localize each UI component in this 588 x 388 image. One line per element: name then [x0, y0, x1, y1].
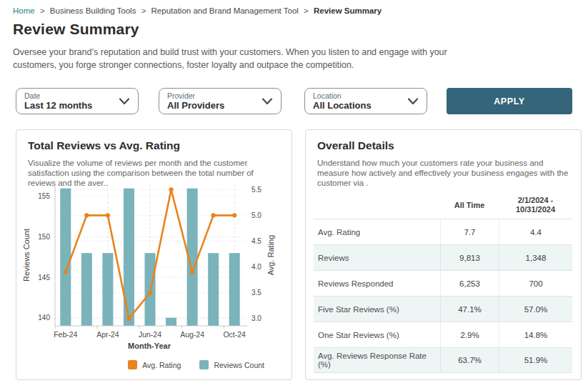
reviews-chart-card: Total Reviews vs Avg. Rating Visualize t…	[16, 129, 292, 380]
svg-text:Apr-24: Apr-24	[96, 330, 119, 339]
breadcrumb-link-reputation-tool[interactable]: Reputation and Brand Management Tool	[151, 6, 299, 15]
x-axis-title: Month-Year	[14, 342, 285, 350]
chevron-down-icon	[261, 98, 273, 105]
table-row-avg-rating: Avg. Rating 7.7 4.4	[314, 219, 572, 244]
legend-label-reviews-count: Reviews Count	[214, 361, 264, 369]
chevron-down-icon	[119, 98, 130, 105]
cell-all-time: 6,253	[440, 271, 499, 296]
breadcrumb-separator: >	[304, 6, 309, 15]
provider-dropdown[interactable]: Provider All Providers	[159, 88, 281, 114]
cell-all-time: 47.1%	[440, 297, 499, 322]
cell-period: 1,348	[499, 245, 572, 270]
svg-text:Aug-24: Aug-24	[180, 330, 204, 339]
location-dropdown[interactable]: Location All Locations	[304, 88, 427, 114]
breadcrumb: Home > Business Building Tools > Reputat…	[13, 6, 382, 15]
provider-dropdown-label: Provider	[167, 91, 259, 100]
svg-text:4.0: 4.0	[251, 263, 261, 271]
legend-label-avg-rating: Avg. Rating	[142, 361, 181, 369]
svg-text:145: 145	[38, 274, 50, 282]
provider-dropdown-value: All Providers	[167, 100, 259, 111]
table-header-row: All Time 2/1/2024 - 10/31/2024	[314, 191, 572, 219]
avg-rating-swatch-icon	[128, 360, 137, 369]
svg-text:3.0: 3.0	[251, 314, 261, 322]
page-title: Review Summary	[13, 21, 139, 38]
table-row-one-star: One Star Reviews (%) 2.9% 14.8%	[314, 322, 572, 347]
chart-legend: Avg. Rating Reviews Count	[128, 360, 264, 369]
apply-button[interactable]: APPLY	[447, 88, 572, 114]
cell-all-time: 63.7%	[440, 348, 499, 372]
reviews-rating-chart: 1401451501553.03.54.04.55.05.5Feb-24Apr-…	[19, 180, 291, 344]
row-label: Avg. Rating	[314, 228, 440, 237]
row-label: Five Star Reviews (%)	[314, 305, 440, 314]
svg-text:5.0: 5.0	[251, 212, 261, 219]
row-label: Reviews	[314, 254, 440, 262]
page-description: Oversee your brand’s reputation and buil…	[13, 46, 472, 71]
overall-details-card: Overall Details Understand how much your…	[305, 129, 582, 380]
column-header-all-time: All Time	[440, 191, 499, 219]
svg-text:Oct-24: Oct-24	[223, 330, 246, 339]
svg-text:5.5: 5.5	[251, 186, 261, 194]
legend-item-avg-rating[interactable]: Avg. Rating	[128, 360, 181, 369]
overall-details-subtitle: Understand how much your customers rate …	[317, 158, 572, 188]
svg-text:Reviews Count: Reviews Count	[22, 229, 31, 282]
reviews-count-swatch-icon	[199, 360, 209, 369]
svg-text:140: 140	[38, 314, 50, 322]
cell-period: 700	[499, 271, 572, 296]
details-table: All Time 2/1/2024 - 10/31/2024 Avg. Rati…	[314, 191, 572, 373]
date-dropdown-label: Date	[24, 91, 116, 100]
table-row-reviews-responded: Reviews Responded 6,253 700	[314, 270, 572, 296]
breadcrumb-current: Review Summary	[314, 6, 382, 15]
svg-text:4.5: 4.5	[251, 237, 261, 245]
location-dropdown-value: All Locations	[313, 100, 405, 111]
breadcrumb-separator: >	[40, 6, 45, 15]
column-header-date-range: 2/1/2024 - 10/31/2024	[499, 191, 572, 219]
legend-item-reviews-count[interactable]: Reviews Count	[199, 360, 264, 369]
svg-text:Feb-24: Feb-24	[54, 330, 77, 339]
svg-text:155: 155	[38, 192, 50, 200]
date-dropdown-value: Last 12 months	[24, 100, 116, 111]
cell-period: 51.9%	[499, 348, 572, 372]
svg-text:3.5: 3.5	[251, 289, 261, 297]
overall-details-title: Overall Details	[317, 139, 394, 152]
svg-text:150: 150	[38, 233, 50, 241]
table-row-reviews: Reviews 9,813 1,348	[314, 244, 572, 270]
svg-text:Jun-24: Jun-24	[139, 330, 161, 339]
breadcrumb-separator: >	[141, 6, 146, 15]
chart-title: Total Reviews vs Avg. Rating	[28, 139, 180, 152]
cell-all-time: 2.9%	[440, 322, 499, 347]
row-label: Avg. Reviews Response Rate (%)	[314, 352, 440, 369]
breadcrumb-link-home[interactable]: Home	[13, 6, 35, 15]
cell-period: 4.4	[499, 219, 572, 244]
svg-text:Avg. Rating: Avg. Rating	[266, 235, 275, 276]
cell-all-time: 9,813	[440, 245, 499, 270]
location-dropdown-label: Location	[313, 91, 405, 100]
breadcrumb-link-business-building-tools[interactable]: Business Building Tools	[50, 6, 136, 15]
chevron-down-icon	[407, 98, 419, 105]
table-row-five-star: Five Star Reviews (%) 47.1% 57.0%	[314, 296, 572, 322]
row-label: One Star Reviews (%)	[314, 331, 440, 339]
table-row-response-rate: Avg. Reviews Response Rate (%) 63.7% 51.…	[314, 347, 572, 373]
cell-period: 57.0%	[499, 297, 572, 322]
cell-all-time: 7.7	[440, 219, 499, 244]
cell-period: 14.8%	[499, 322, 572, 347]
date-dropdown[interactable]: Date Last 12 months	[16, 88, 139, 114]
row-label: Reviews Responded	[314, 279, 440, 288]
